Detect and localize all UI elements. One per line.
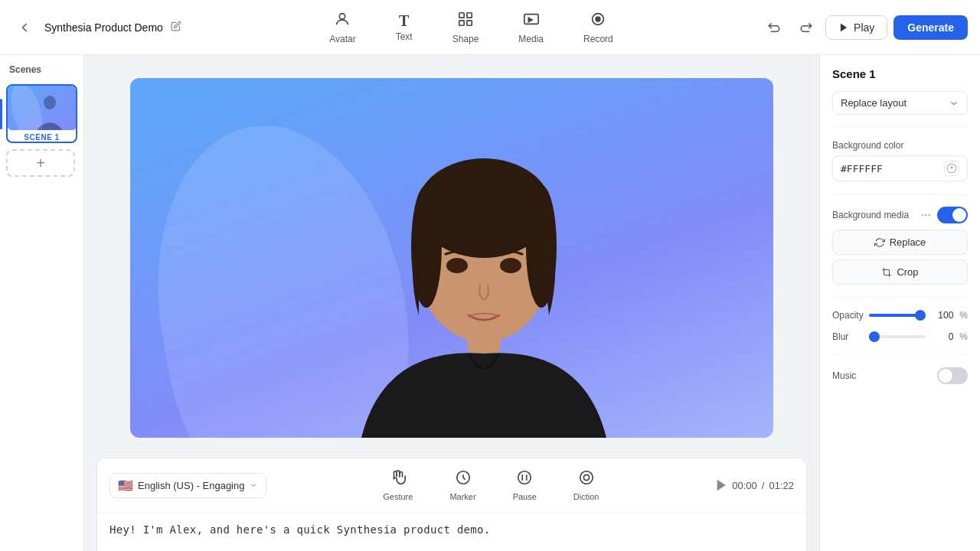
blur-row: Blur 0 % [832, 331, 968, 342]
crop-label: Crop [897, 266, 918, 278]
svg-point-19 [500, 258, 521, 273]
media-icon [523, 11, 540, 31]
play-label: Play [854, 21, 874, 34]
crop-button[interactable]: Crop [832, 259, 968, 285]
background-color-section: Background color #FFFFFF [832, 140, 968, 181]
add-scene-button[interactable]: + [6, 149, 75, 177]
record-icon [590, 11, 606, 31]
text-icon: T [399, 13, 409, 28]
video-canvas[interactable] [130, 78, 773, 438]
media-label: Media [518, 34, 544, 44]
topbar-left: Synthesia Product Demo [12, 15, 181, 40]
play-time-icon[interactable] [715, 479, 727, 491]
marker-tool[interactable]: Marker [443, 466, 482, 504]
media-actions: ··· [920, 207, 968, 223]
svg-point-22 [580, 471, 593, 484]
pause-tool[interactable]: Pause [507, 466, 543, 504]
language-label: English (US) - Engaging [138, 480, 244, 491]
media-buttons: Replace Crop [832, 230, 968, 285]
scene-thumb-image-1 [8, 86, 77, 130]
back-button[interactable] [12, 15, 37, 40]
avatar-svg [323, 78, 645, 438]
scene-item-1[interactable]: SCENE 1 [6, 84, 77, 143]
opacity-thumb[interactable] [915, 310, 926, 321]
svg-point-21 [518, 471, 531, 484]
opacity-value: 100 [932, 310, 953, 321]
opacity-slider[interactable] [869, 314, 926, 317]
record-label: Record [583, 34, 613, 44]
divider-2 [832, 194, 968, 194]
redo-button[interactable] [793, 15, 819, 41]
opacity-label: Opacity [832, 310, 863, 321]
main-area: Scenes [0, 55, 980, 551]
svg-point-7 [596, 16, 601, 21]
project-title: Synthesia Product Demo [44, 21, 163, 34]
undo-button[interactable] [761, 15, 787, 41]
background-color-row[interactable]: #FFFFFF [832, 155, 968, 181]
language-dropdown-arrow [249, 481, 258, 490]
canvas-area: 🇺🇸 English (US) - Engaging Gesture [84, 55, 819, 551]
generate-button[interactable]: Generate [893, 15, 968, 40]
avatar-display [323, 78, 645, 438]
music-label: Music [832, 370, 856, 381]
replace-button[interactable]: Replace [832, 230, 968, 255]
diction-icon [578, 469, 595, 490]
generate-label: Generate [907, 21, 954, 34]
svg-point-23 [583, 474, 589, 480]
shape-icon [457, 11, 474, 31]
replace-icon [874, 237, 885, 248]
svg-marker-8 [841, 23, 847, 31]
tool-media[interactable]: Media [511, 6, 551, 49]
script-text[interactable]: Hey! I'm Alex, and here's a quick Synthe… [97, 513, 806, 551]
blur-slider[interactable] [869, 335, 926, 338]
add-scene-icon: + [36, 155, 45, 172]
tool-shape[interactable]: Shape [445, 6, 487, 49]
music-toggle[interactable] [937, 367, 968, 384]
time-separator: / [762, 480, 765, 491]
replace-label: Replace [890, 236, 926, 248]
chevron-down-icon [949, 98, 959, 109]
play-time-display: 00:00 / 01:22 [715, 479, 794, 491]
gesture-label: Gesture [383, 492, 413, 501]
replace-layout-label: Replace layout [841, 97, 946, 109]
tool-text[interactable]: T Text [388, 8, 420, 47]
script-bar: 🇺🇸 English (US) - Engaging Gesture [96, 458, 807, 551]
media-options-button[interactable]: ··· [920, 207, 933, 223]
svg-rect-4 [467, 20, 472, 24]
script-controls: 🇺🇸 English (US) - Engaging Gesture [97, 458, 806, 513]
svg-point-0 [340, 13, 345, 18]
background-media-row: Background media ··· [832, 207, 968, 223]
marker-label: Marker [449, 492, 475, 501]
scenes-title: Scenes [6, 64, 77, 75]
music-section: Music [832, 367, 968, 384]
edit-title-icon[interactable] [171, 21, 181, 34]
replace-layout-dropdown[interactable]: Replace layout [832, 91, 968, 115]
tool-record[interactable]: Record [576, 6, 621, 49]
blur-label: Blur [832, 331, 863, 342]
language-flag: 🇺🇸 [118, 478, 133, 493]
text-label: Text [396, 31, 413, 42]
topbar: Synthesia Product Demo Avatar T Text Sha… [0, 0, 980, 55]
background-color-value: #FFFFFF [841, 163, 944, 174]
shape-label: Shape [452, 34, 479, 44]
color-picker-icon[interactable] [944, 161, 959, 176]
gesture-tool[interactable]: Gesture [377, 466, 419, 504]
scenes-panel: Scenes [0, 55, 84, 551]
bg-color-section-label: Background color [832, 140, 968, 151]
blur-thumb[interactable] [869, 331, 880, 342]
divider-3 [832, 297, 968, 298]
diction-tool[interactable]: Diction [567, 466, 606, 504]
svg-rect-3 [459, 20, 464, 24]
scene-thumbnail-1[interactable]: SCENE 1 [6, 84, 77, 143]
script-tools: Gesture Marker Pause [266, 466, 715, 504]
crop-icon [881, 267, 892, 278]
svg-rect-1 [459, 12, 464, 17]
tool-avatar[interactable]: Avatar [322, 6, 363, 49]
language-selector[interactable]: 🇺🇸 English (US) - Engaging [109, 473, 266, 498]
scene-label-1: SCENE 1 [8, 133, 76, 142]
blur-pct: % [959, 331, 968, 342]
play-button[interactable]: Play [825, 15, 887, 40]
background-media-toggle[interactable] [937, 207, 968, 223]
svg-point-11 [44, 96, 56, 109]
svg-marker-24 [718, 481, 725, 490]
